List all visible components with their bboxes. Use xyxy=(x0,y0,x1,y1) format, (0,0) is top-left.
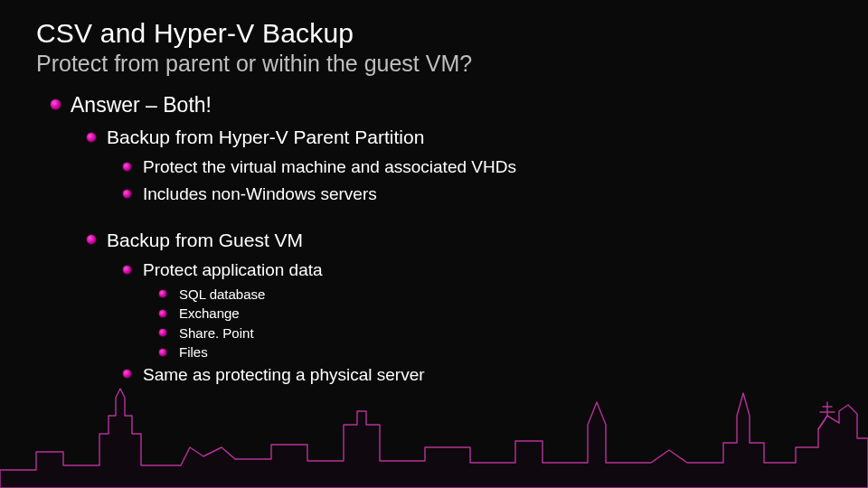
bullet-same-physical: Same as protecting a physical server xyxy=(118,363,832,387)
bullet-guest-vm: Backup from Guest VM xyxy=(81,228,832,253)
bullet-protect-vm: Protect the virtual machine and associat… xyxy=(118,155,832,179)
bullet-non-windows: Includes non-Windows servers xyxy=(118,183,832,206)
bullet-protect-app-data: Protect application data xyxy=(118,258,832,282)
bullet-parent-partition: Backup from Hyper-V Parent Partition xyxy=(81,125,832,150)
bullet-sharepoint: Share. Point xyxy=(154,324,832,343)
bullet-answer: Answer – Both! xyxy=(45,91,832,119)
bullet-files: Files xyxy=(154,343,832,361)
slide-subtitle: Protect from parent or within the guest … xyxy=(36,51,832,77)
bullet-list: Answer – Both! Backup from Hyper-V Paren… xyxy=(36,91,832,386)
spacer xyxy=(36,210,832,228)
slide: CSV and Hyper-V Backup Protect from pare… xyxy=(0,0,868,488)
bullet-exchange: Exchange xyxy=(154,305,832,323)
bullet-sql: SQL database xyxy=(154,286,832,304)
slide-title: CSV and Hyper-V Backup xyxy=(36,18,832,49)
